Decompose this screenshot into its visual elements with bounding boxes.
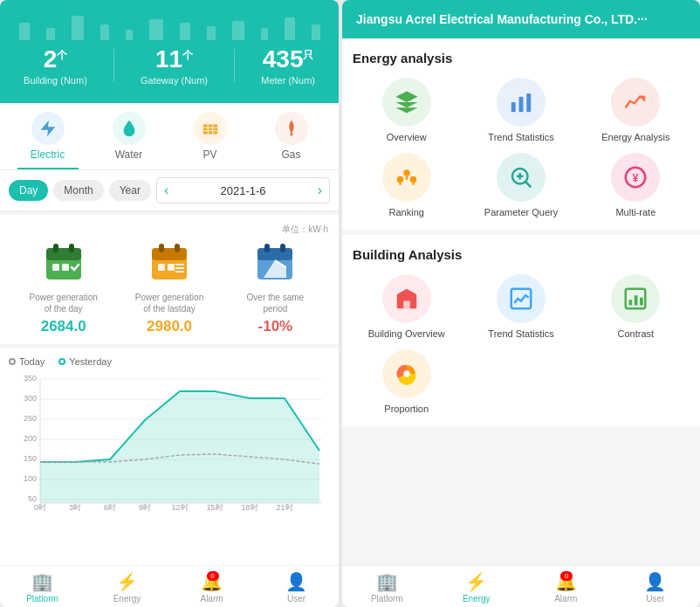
svg-text:21时: 21时 xyxy=(277,503,293,512)
left-nav-alarm[interactable]: 0 🔔 Alarm xyxy=(169,571,254,604)
svg-text:15时: 15时 xyxy=(207,503,223,512)
svg-text:¥: ¥ xyxy=(633,172,639,184)
contrast-label: Contrast xyxy=(618,328,655,339)
building-trend-circle xyxy=(497,274,546,323)
date-value: 2021-1-6 xyxy=(220,184,265,197)
metric-today: Power generationof the day 2684.0 xyxy=(16,241,111,335)
left-header: 2个 Building (Num) 11个 Gateway (Num) 435只… xyxy=(0,0,339,103)
metric-period: Over the sameperiod -10% xyxy=(228,241,323,335)
svg-rect-12 xyxy=(152,248,187,260)
right-nav-alarm[interactable]: 0 🔔 Alarm xyxy=(521,571,610,604)
stat-building: 2个 Building (Num) xyxy=(24,45,87,86)
gateway-number: 11 xyxy=(155,45,182,72)
contrast-circle xyxy=(611,274,660,323)
ranking-circle xyxy=(382,153,431,202)
svg-text:250: 250 xyxy=(24,414,37,423)
building-analysis-title: Building Analysis xyxy=(353,247,690,262)
right-nav-energy[interactable]: ⚡ Energy xyxy=(432,571,521,604)
svg-text:12时: 12时 xyxy=(172,503,189,512)
menu-energy-analysis[interactable]: Energy Analysis xyxy=(582,78,690,142)
menu-building-trend[interactable]: Trend Statistics xyxy=(467,274,574,339)
metric-today-value: 2684.0 xyxy=(16,318,111,335)
svg-text:200: 200 xyxy=(24,434,37,443)
right-nav-user[interactable]: 👤 User xyxy=(611,571,700,604)
menu-parameter-query[interactable]: Parameter Query xyxy=(467,153,574,217)
svg-rect-10 xyxy=(62,264,69,271)
trend-stats-circle xyxy=(497,78,546,127)
overview-circle xyxy=(382,78,431,127)
tab-water[interactable]: Water xyxy=(99,112,160,169)
stats-row: 2个 Building (Num) 11个 Gateway (Num) 435只… xyxy=(10,45,328,86)
tab-gas[interactable]: Gas xyxy=(261,112,322,169)
svg-rect-15 xyxy=(158,264,165,271)
tab-pv[interactable]: PV xyxy=(180,112,241,169)
period-month-btn[interactable]: Month xyxy=(53,180,103,201)
svg-rect-0 xyxy=(202,124,217,134)
svg-point-53 xyxy=(409,176,416,183)
today-legend-dot xyxy=(9,358,16,365)
date-prev-btn[interactable]: ‹ xyxy=(164,183,168,198)
date-display: ‹ 2021-1-6 › xyxy=(156,177,330,203)
date-next-btn[interactable]: › xyxy=(318,183,322,198)
svg-rect-64 xyxy=(629,300,633,305)
multi-rate-label: Multi-rate xyxy=(615,207,655,217)
building-number: 2 xyxy=(44,45,58,72)
energy-analysis-title: Energy analysis xyxy=(353,51,690,66)
parameter-query-label: Parameter Query xyxy=(484,207,558,217)
chart-legend: Today Yesterday xyxy=(9,356,330,367)
period-year-btn[interactable]: Year xyxy=(109,180,151,201)
svg-rect-21 xyxy=(257,248,292,260)
gas-icon xyxy=(275,112,308,145)
menu-trend-stats[interactable]: Trend Statistics xyxy=(467,78,574,142)
stat-meter: 435只 Meter (Num) xyxy=(261,45,315,86)
svg-text:0时: 0时 xyxy=(34,503,46,512)
tab-electric[interactable]: Electric xyxy=(17,112,79,169)
metric-lastday: Power generationof the lastday 2980.0 xyxy=(121,241,216,335)
trend-stats-label: Trend Statistics xyxy=(488,132,553,142)
svg-rect-16 xyxy=(168,264,175,271)
menu-proportion[interactable]: Proportion xyxy=(353,349,460,414)
energy-analysis-section: Energy analysis Overview Trend Statistic… xyxy=(342,38,700,230)
alarm-badge: 0 xyxy=(207,571,219,581)
company-name: Jiangsu Acrel Electrical Manufacturing C… xyxy=(356,12,648,26)
proportion-circle xyxy=(382,349,431,398)
svg-text:3时: 3时 xyxy=(69,503,81,512)
water-icon xyxy=(113,112,146,145)
menu-ranking[interactable]: Ranking xyxy=(353,153,460,217)
svg-rect-48 xyxy=(511,102,516,112)
menu-overview[interactable]: Overview xyxy=(353,78,460,142)
svg-rect-61 xyxy=(403,301,410,309)
r-platform-icon: 🏢 xyxy=(376,571,398,592)
svg-rect-13 xyxy=(159,244,164,252)
right-header: Jiangsu Acrel Electrical Manufacturing C… xyxy=(342,0,700,38)
metrics-area: 单位：kW·h Power generationof the day 2684.… xyxy=(0,215,339,344)
svg-rect-14 xyxy=(175,244,180,252)
r-user-icon: 👤 xyxy=(644,571,666,592)
svg-rect-6 xyxy=(46,248,81,260)
svg-rect-66 xyxy=(640,298,643,306)
left-nav-platform[interactable]: 🏢 Platlorm xyxy=(0,571,85,604)
multi-rate-circle: ¥ xyxy=(611,153,660,202)
svg-text:350: 350 xyxy=(24,374,37,383)
yesterday-legend-dot xyxy=(58,358,65,365)
menu-multi-rate[interactable]: ¥ Multi-rate xyxy=(582,153,690,217)
right-nav-platform[interactable]: 🏢 Platlorm xyxy=(342,571,431,604)
svg-point-67 xyxy=(403,370,410,377)
svg-text:18时: 18时 xyxy=(242,503,258,512)
right-panel: Jiangsu Acrel Electrical Manufacturing C… xyxy=(342,0,700,607)
building-overview-circle xyxy=(382,274,431,323)
left-nav-user[interactable]: 👤 User xyxy=(254,571,339,604)
svg-text:100: 100 xyxy=(24,474,37,483)
meter-label: Meter (Num) xyxy=(261,75,315,86)
energy-analysis-label: Energy Analysis xyxy=(601,132,669,142)
building-label: Building (Num) xyxy=(24,75,87,86)
svg-rect-49 xyxy=(519,97,524,113)
left-nav-energy[interactable]: ⚡ Energy xyxy=(85,571,169,604)
svg-text:300: 300 xyxy=(24,394,37,403)
menu-contrast[interactable]: Contrast xyxy=(582,274,690,339)
svg-text:6时: 6时 xyxy=(104,503,116,512)
meter-number: 435 xyxy=(263,45,304,72)
svg-point-51 xyxy=(403,169,410,176)
period-day-btn[interactable]: Day xyxy=(9,180,48,201)
menu-building-overview[interactable]: Building Overview xyxy=(353,274,460,339)
